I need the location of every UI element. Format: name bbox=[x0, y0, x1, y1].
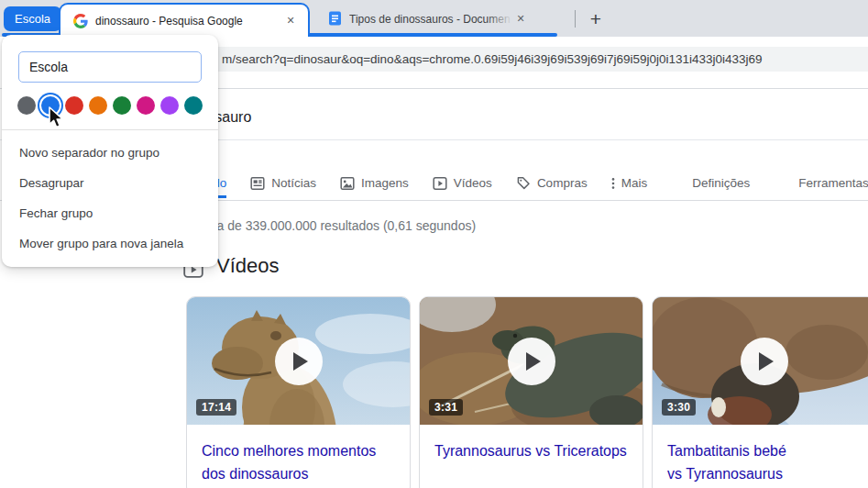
color-swatch-teal[interactable] bbox=[184, 96, 203, 115]
video-thumbnail[interactable]: 17:14 bbox=[187, 297, 410, 425]
color-swatch-orange[interactable] bbox=[89, 96, 107, 115]
google-favicon bbox=[73, 14, 88, 28]
tag-icon bbox=[515, 175, 532, 192]
tab-title: Tipos de dinossauros - Documen bbox=[349, 13, 511, 26]
tab-title: dinossauro - Pesquisa Google bbox=[95, 15, 282, 28]
videos-section-heading: Vídeos bbox=[216, 254, 280, 278]
new-tab-button[interactable]: + bbox=[584, 7, 608, 31]
mouse-cursor bbox=[48, 106, 66, 130]
menu-item-new-tab-in-group[interactable]: Novo separador no grupo bbox=[2, 138, 218, 168]
group-color-picker bbox=[17, 96, 203, 115]
play-button-icon[interactable] bbox=[275, 338, 323, 385]
video-card[interactable]: 3:31 Tyrannosaurus vs Triceratops bbox=[419, 296, 643, 488]
browser-window: Escola dinossauro - Pesquisa Google ✕ Ti… bbox=[0, 0, 868, 488]
video-card[interactable]: 17:14 Cinco melhores momentos dos dinoss… bbox=[186, 296, 411, 488]
group-name-input[interactable] bbox=[18, 51, 202, 83]
nav-ferramentas[interactable]: Ferramentas bbox=[798, 168, 868, 198]
more-dots-icon bbox=[610, 175, 616, 192]
image-icon bbox=[339, 175, 356, 192]
tab-tipos-de-dinossauros[interactable]: Tipos de dinossauros - Documen ✕ bbox=[319, 6, 555, 31]
menu-item-move-group-to-new-window[interactable]: Mover grupo para nova janela bbox=[2, 228, 218, 259]
video-card[interactable]: 3:30 Tambatitanis bebé vs Tyrannosaurus bbox=[652, 296, 868, 488]
video-thumbnail[interactable]: 3:30 bbox=[653, 297, 868, 425]
results-nav: Tudo Notícias Imagens bbox=[199, 168, 868, 198]
result-stats: Cerca de 339.000.000 resultados (0,61 se… bbox=[190, 218, 476, 233]
video-duration-badge: 3:31 bbox=[429, 399, 463, 416]
video-thumbnail[interactable]: 3:31 bbox=[420, 297, 643, 425]
color-swatch-purple[interactable] bbox=[160, 96, 179, 115]
menu-item-ungroup[interactable]: Desagrupar bbox=[2, 168, 218, 198]
nav-tab-imagens[interactable]: Imagens bbox=[339, 168, 409, 198]
tab-group-chip[interactable]: Escola bbox=[4, 6, 61, 31]
nav-tab-videos[interactable]: Vídeos bbox=[432, 168, 492, 198]
nav-definicoes[interactable]: Definições bbox=[692, 168, 750, 198]
news-icon bbox=[249, 175, 266, 192]
tab-group-menu: Novo separador no grupo Desagrupar Fecha… bbox=[2, 35, 218, 267]
video-duration-badge: 17:14 bbox=[196, 399, 236, 416]
color-swatch-pink[interactable] bbox=[137, 96, 155, 115]
menu-items: Novo separador no grupo Desagrupar Fecha… bbox=[2, 130, 218, 259]
color-swatch-grey[interactable] bbox=[17, 96, 36, 115]
color-swatch-red[interactable] bbox=[65, 96, 83, 115]
video-icon bbox=[432, 175, 448, 192]
close-tab-icon[interactable]: ✕ bbox=[512, 10, 529, 27]
play-button-icon[interactable] bbox=[741, 338, 788, 385]
address-bar[interactable]: m/search?q=dinosaur&oq=dino&aqs=chrome.0… bbox=[156, 47, 868, 72]
video-title-link[interactable]: Cinco melhores momentos dos dinossauros bbox=[187, 425, 410, 485]
tab-dinossauro[interactable]: dinossauro - Pesquisa Google ✕ bbox=[59, 3, 310, 37]
nav-tab-mais[interactable]: Mais bbox=[610, 168, 648, 198]
video-title-link[interactable]: Tyrannosaurus vs Triceratops bbox=[420, 425, 643, 462]
color-swatch-green[interactable] bbox=[113, 96, 131, 115]
menu-item-close-group[interactable]: Fechar grupo bbox=[2, 198, 218, 228]
google-docs-icon bbox=[328, 11, 342, 26]
video-title-link[interactable]: Tambatitanis bebé vs Tyrannosaurus bbox=[653, 425, 807, 485]
nav-tab-noticias[interactable]: Notícias bbox=[249, 168, 316, 198]
play-button-icon[interactable] bbox=[508, 338, 555, 385]
tab-strip-divider bbox=[575, 10, 576, 28]
close-tab-icon[interactable]: ✕ bbox=[282, 13, 299, 29]
video-duration-badge: 3:30 bbox=[662, 399, 696, 416]
nav-tab-compras[interactable]: Compras bbox=[515, 168, 588, 198]
tab-strip: Escola dinossauro - Pesquisa Google ✕ Ti… bbox=[0, 0, 868, 37]
